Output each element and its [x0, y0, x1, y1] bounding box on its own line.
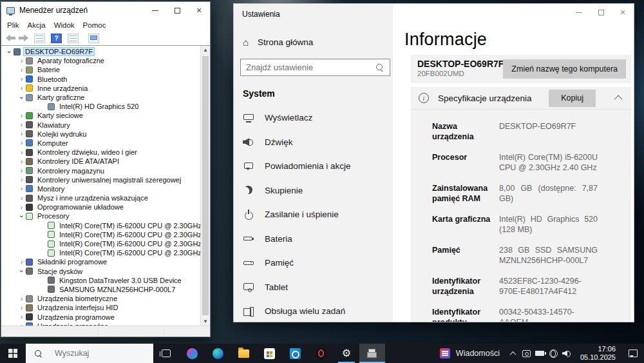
device-manager-titlebar[interactable]: Menedżer urządzeń × — [1, 2, 210, 19]
news-widget[interactable]: Wiadomości — [432, 344, 507, 363]
expander-icon[interactable] — [18, 212, 25, 221]
expander-icon[interactable] — [17, 75, 26, 83]
expander-icon[interactable] — [17, 167, 26, 174]
expander-icon[interactable] — [17, 295, 26, 302]
settings-nav-item[interactable]: Wyświetlacz — [234, 106, 393, 130]
maximize-button[interactable] — [590, 4, 612, 21]
expander-icon[interactable] — [17, 130, 26, 137]
settings-nav-item[interactable]: Obsługa wielu zadań — [234, 299, 393, 322]
battery-tray-button[interactable] — [535, 344, 545, 363]
tree-item[interactable]: Karty sieciowe — [1, 111, 200, 120]
tree-item[interactable]: Procesory — [1, 211, 200, 221]
tree-item[interactable]: Kontrolery magazynu — [1, 166, 200, 175]
tree-item[interactable]: Oprogramowanie układowe — [1, 202, 200, 211]
expander-icon[interactable] — [17, 66, 26, 74]
settings-nav-item[interactable]: Powiadomienia i akcje — [234, 154, 393, 179]
tree-item[interactable]: Kingston DataTraveler 3.0 USB Device — [1, 276, 200, 285]
search-icon[interactable] — [376, 64, 383, 71]
expander-icon[interactable] — [17, 259, 26, 266]
collapse-chevron-icon[interactable] — [614, 95, 623, 103]
copilot-button[interactable] — [179, 344, 205, 363]
store-button[interactable] — [256, 344, 282, 363]
tree-item[interactable]: Intel(R) HD Graphics 520 — [1, 102, 200, 111]
rename-computer-button[interactable]: Zmień nazwę tego komputera — [503, 59, 626, 79]
minimize-button[interactable] — [144, 2, 166, 19]
hidden-icons-button[interactable] — [507, 344, 518, 363]
opera-button[interactable] — [308, 344, 334, 363]
menu-item[interactable]: Plik — [7, 21, 19, 29]
tree-item[interactable]: Intel(R) Core(TM) i5-6200U CPU @ 2.30GHz — [1, 239, 200, 248]
tree-item[interactable]: Inne urządzenia — [1, 84, 200, 93]
tree-item[interactable]: Bluetooth — [1, 75, 200, 84]
maximize-button[interactable] — [166, 2, 188, 19]
list-view-icon[interactable] — [34, 34, 45, 43]
scan-hardware-icon[interactable] — [88, 34, 99, 43]
action-center-button[interactable] — [622, 344, 644, 363]
scroll-down-icon[interactable]: ▼ — [201, 319, 210, 324]
outlook-button[interactable] — [282, 344, 308, 363]
scrollbar-thumb[interactable] — [202, 56, 209, 315]
device-manager-taskbar-button[interactable] — [359, 344, 385, 363]
tree-item[interactable]: Karty graficzne — [1, 93, 200, 102]
back-icon[interactable] — [6, 35, 15, 42]
expander-icon[interactable] — [17, 139, 26, 146]
tree-item[interactable]: Aparaty fotograficzne — [1, 56, 200, 65]
expander-icon[interactable] — [6, 48, 13, 56]
tree-item[interactable]: Klawiatury — [1, 121, 200, 130]
tree-item[interactable]: Urządzenia interfejsu HID — [1, 303, 200, 312]
expander-icon[interactable] — [17, 304, 26, 311]
settings-taskbar-button[interactable]: ⚙ — [334, 344, 359, 363]
expander-icon[interactable] — [17, 204, 26, 211]
edge-button[interactable] — [205, 344, 231, 363]
tree-item[interactable]: Stacje dysków — [1, 267, 200, 276]
start-button[interactable] — [0, 344, 26, 363]
network-tray-button[interactable] — [548, 344, 559, 363]
task-view-button[interactable] — [153, 344, 179, 363]
expander-icon[interactable] — [17, 176, 26, 183]
tree-item[interactable]: Mysz i inne urządzenia wskazujące — [1, 193, 200, 202]
tree-item[interactable]: DESKTOP-EO69R7F — [1, 47, 200, 56]
settings-nav-item[interactable]: Bateria — [234, 227, 393, 251]
minimize-button[interactable] — [568, 4, 590, 21]
expander-icon[interactable] — [17, 149, 26, 156]
file-explorer-button[interactable] — [231, 344, 256, 363]
volume-tray-button[interactable] — [562, 344, 573, 363]
tree-item[interactable]: Urządzenia biometryczne — [1, 294, 200, 303]
menu-item[interactable]: Akcja — [28, 21, 46, 29]
tree-scrollbar[interactable]: ▲ ▼ — [200, 46, 210, 326]
expander-icon[interactable] — [17, 112, 26, 119]
tree-item[interactable]: Monitory — [1, 184, 200, 193]
expander-icon[interactable] — [17, 158, 26, 165]
settings-search-input[interactable] — [241, 63, 376, 72]
tree-item[interactable]: Urządzenia programowe — [1, 312, 200, 321]
tree-item[interactable]: Baterie — [1, 65, 200, 74]
expander-icon[interactable] — [18, 93, 25, 102]
expander-icon[interactable] — [17, 57, 26, 64]
settings-nav-item[interactable]: Tablet — [234, 275, 393, 300]
settings-nav-item[interactable]: Zasilanie i uśpienie — [234, 202, 393, 227]
cast-tray-button[interactable] — [521, 344, 532, 363]
tree-item[interactable]: Kontrolery uniwersalnej magistrali szere… — [1, 175, 200, 184]
tree-item[interactable]: Kolejki wydruku — [1, 130, 200, 139]
tree-item[interactable]: Kontrolery IDE ATA/ATAPI — [1, 157, 200, 166]
help-icon[interactable]: ? — [51, 34, 62, 43]
close-button[interactable]: × — [612, 4, 634, 21]
expander-icon[interactable] — [17, 121, 26, 128]
tree-item[interactable]: Komputer — [1, 139, 200, 148]
sidebar-item-home[interactable]: ⌂ Strona główna — [243, 37, 313, 47]
menu-item[interactable]: Pomoc — [83, 21, 106, 29]
menu-item[interactable]: Widok — [54, 21, 75, 29]
scroll-up-icon[interactable]: ▲ — [201, 47, 210, 53]
copy-button[interactable]: Kopiuj — [549, 90, 596, 107]
settings-nav-item[interactable]: Pamięć — [234, 251, 393, 275]
tree-item[interactable]: Intel(R) Core(TM) i5-6200U CPU @ 2.30GHz — [1, 221, 200, 230]
clock[interactable]: 17:06 05.10.2025 — [575, 344, 622, 363]
tree-item[interactable]: Składniki programowe — [1, 257, 200, 266]
expander-icon[interactable] — [18, 267, 25, 275]
settings-nav-item[interactable]: Dźwięk — [234, 130, 393, 155]
tree-item[interactable]: SAMSUNG MZNLN256HCHP-000L7 — [1, 285, 200, 294]
expander-icon[interactable] — [17, 313, 26, 320]
tree-item[interactable]: Intel(R) Core(TM) i5-6200U CPU @ 2.30GHz — [1, 230, 200, 239]
expander-icon[interactable] — [17, 84, 26, 92]
settings-nav-item[interactable]: Skupienie — [234, 179, 393, 203]
